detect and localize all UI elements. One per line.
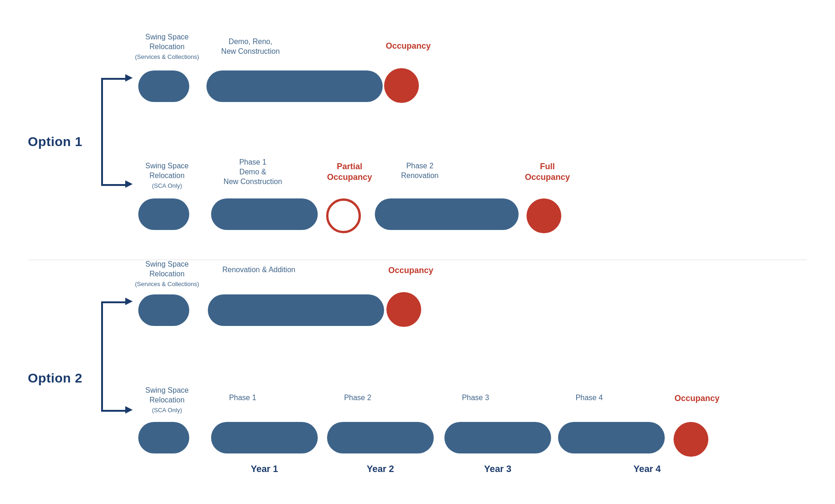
option2-arrow2 [125, 406, 133, 414]
opt2-row1-reno-label: Renovation & Addition [208, 265, 310, 275]
option1-arrow2 [125, 180, 133, 188]
opt1-row2-full-occ-label: FullOccupancy [524, 161, 571, 183]
year3-label: Year 3 [444, 464, 551, 474]
year4-label: Year 4 [594, 464, 700, 474]
opt1-row2-full-occ-circle [527, 198, 561, 233]
opt1-row2-partial-occ-circle [326, 198, 361, 233]
opt2-row2-phase4-pill [558, 422, 665, 453]
year2-label: Year 2 [327, 464, 434, 474]
option1-label: Option 1 [28, 134, 83, 149]
opt1-row1-occ-circle [384, 68, 419, 103]
option2-bracket-h-bottom [101, 410, 129, 412]
year1-label: Year 1 [211, 464, 318, 474]
opt1-row2-partial-occ-label: PartialOccupancy [323, 161, 376, 183]
opt2-row1-occ-label: Occupancy [384, 265, 437, 276]
opt2-row2-swing-label: Swing SpaceRelocation(SCA Only) [135, 386, 199, 415]
option1-bracket-h-bottom [101, 184, 129, 186]
opt2-row2-occ-label: Occupancy [670, 393, 724, 404]
opt2-row2-phase4-label: Phase 4 [559, 393, 619, 403]
option2-label: Option 2 [28, 371, 83, 386]
option2-bracket-vertical [101, 301, 103, 410]
opt1-row1-swing-pill [138, 70, 189, 102]
opt2-row1-occ-circle [386, 292, 421, 327]
option2-arrow1 [125, 298, 133, 305]
opt2-row2-occ-circle [674, 422, 708, 457]
opt1-row2-phase2-pill [375, 198, 519, 230]
opt2-row2-phase2-pill [327, 422, 434, 453]
option2-bracket-h-top [101, 301, 129, 303]
opt1-row1-swing-label: Swing SpaceRelocation(Services & Collect… [135, 32, 199, 61]
option1-bracket-h-top [101, 78, 129, 80]
opt1-row2-phase1-label: Phase 1Demo &New Construction [211, 158, 295, 186]
opt1-row1-occ-label: Occupancy [380, 41, 436, 51]
opt2-row2-phase1-label: Phase 1 [212, 393, 273, 403]
opt1-row2-phase2-label: Phase 2Renovation [376, 161, 464, 181]
opt1-row1-construction-label: Demo, Reno,New Construction [204, 37, 297, 57]
option1-arrow1 [125, 74, 133, 82]
option1-bracket-vertical [101, 78, 103, 185]
opt2-row2-phase3-label: Phase 3 [445, 393, 506, 403]
opt1-row2-swing-pill [138, 198, 189, 230]
opt1-row2-phase1-pill [211, 198, 318, 230]
opt1-row2-swing-label: Swing SpaceRelocation(SCA Only) [135, 161, 199, 190]
diagram-container: Option 1 Swing SpaceRelocation(Services … [0, 0, 835, 504]
opt1-row1-construction-pill [206, 70, 383, 102]
opt2-row2-phase2-label: Phase 2 [328, 393, 388, 403]
opt2-row2-phase3-pill [444, 422, 551, 453]
opt2-row1-reno-pill [208, 294, 384, 326]
opt2-row2-phase1-pill [211, 422, 318, 453]
opt2-row2-swing-pill [138, 422, 189, 453]
opt2-row1-swing-label: Swing SpaceRelocation(Services & Collect… [135, 260, 199, 288]
opt2-row1-swing-pill [138, 294, 189, 326]
